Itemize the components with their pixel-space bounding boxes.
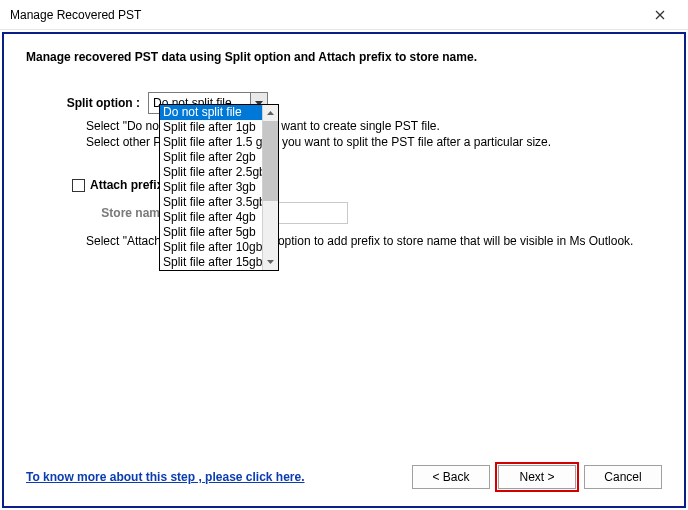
dropdown-option[interactable]: Split file after 3.5gb: [160, 195, 262, 210]
split-option-row: Split option : Do not split file: [26, 92, 662, 114]
chevron-down-icon: [267, 260, 274, 264]
cancel-button[interactable]: Cancel: [584, 465, 662, 489]
dropdown-option[interactable]: Split file after 2gb: [160, 150, 262, 165]
dropdown-option[interactable]: Split file after 4gb: [160, 210, 262, 225]
footer: To know more about this step , please cl…: [26, 460, 662, 494]
next-button[interactable]: Next >: [498, 465, 576, 489]
window-title: Manage Recovered PST: [10, 8, 640, 22]
split-option-label: Split option :: [26, 96, 148, 110]
dropdown-option[interactable]: Split file after 3gb: [160, 180, 262, 195]
dropdown-option[interactable]: Split file after 15gb: [160, 255, 262, 270]
dropdown-option[interactable]: Split file after 5gb: [160, 225, 262, 240]
close-icon: [655, 10, 665, 20]
help-link[interactable]: To know more about this step , please cl…: [26, 470, 305, 484]
dialog-window: Manage Recovered PST Manage recovered PS…: [0, 0, 688, 510]
svg-marker-4: [267, 260, 274, 264]
dropdown-option[interactable]: Split file after 1gb: [160, 120, 262, 135]
scroll-up-button[interactable]: [263, 105, 278, 121]
dropdown-option[interactable]: Do not split file: [160, 105, 262, 120]
titlebar: Manage Recovered PST: [0, 0, 688, 30]
dropdown-list: Do not split file Split file after 1gb S…: [160, 105, 262, 270]
attach-block: Attach prefix to store name Store name p…: [26, 178, 662, 248]
content-frame: Manage recovered PST data using Split op…: [2, 32, 686, 508]
svg-marker-3: [267, 111, 274, 115]
dropdown-option[interactable]: Split file after 10gb: [160, 240, 262, 255]
back-button[interactable]: < Back: [412, 465, 490, 489]
chevron-up-icon: [267, 111, 274, 115]
scroll-track[interactable]: [263, 201, 278, 254]
page-heading: Manage recovered PST data using Split op…: [26, 50, 662, 64]
split-option-dropdown[interactable]: Do not split file Split file after 1gb S…: [159, 104, 279, 271]
dropdown-option[interactable]: Split file after 2.5gb: [160, 165, 262, 180]
attach-prefix-checkbox[interactable]: [72, 179, 85, 192]
button-bar: < Back Next > Cancel: [412, 465, 662, 489]
scroll-thumb[interactable]: [263, 121, 278, 201]
dropdown-scrollbar[interactable]: [262, 105, 278, 270]
scroll-down-button[interactable]: [263, 254, 278, 270]
close-button[interactable]: [640, 1, 680, 29]
dropdown-option[interactable]: Split file after 1.5 gb: [160, 135, 262, 150]
